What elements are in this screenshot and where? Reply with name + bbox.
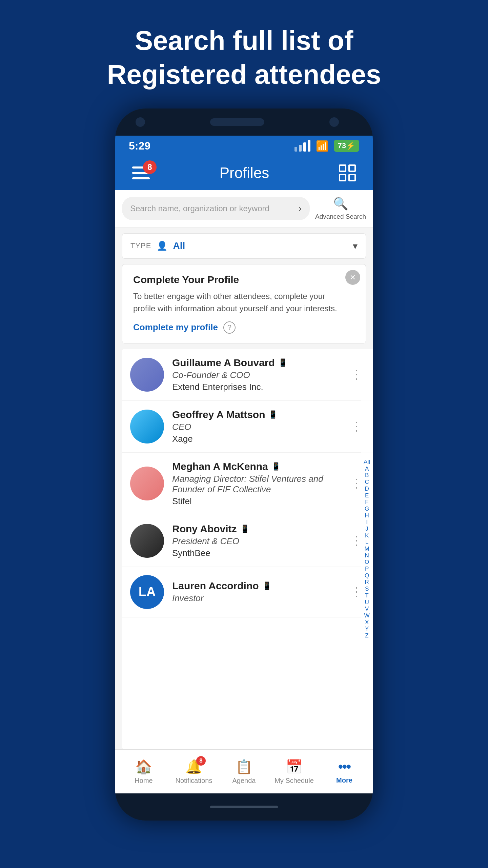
app-navbar: 8 Profiles [115, 156, 373, 190]
advanced-search-label: Advanced Search [315, 213, 366, 221]
avatar [130, 410, 164, 443]
help-circle[interactable]: ? [223, 321, 236, 334]
alpha-C[interactable]: C [364, 479, 370, 486]
alpha-Q[interactable]: Q [364, 573, 370, 579]
attendee-title: Investor [172, 593, 339, 604]
wifi-icon: 📶 [316, 140, 328, 152]
alphabet-index: All A B C D E F G H I J K L M N O P [361, 349, 373, 749]
alpha-M[interactable]: M [364, 546, 370, 552]
complete-profile-link[interactable]: Complete my profile [133, 322, 218, 333]
phone-indicator-icon: 📱 [271, 462, 281, 471]
bar4 [308, 140, 310, 152]
alpha-W[interactable]: W [364, 613, 370, 619]
nav-item-schedule[interactable]: 📅 My Schedule [269, 759, 319, 785]
banner-close-btn[interactable]: × [345, 270, 360, 285]
phone-top-bar [115, 108, 373, 136]
attendee-company: SynthBee [172, 548, 339, 558]
banner-description: To better engage with other attendees, c… [133, 290, 342, 315]
signal-bars [294, 140, 310, 152]
grid-cell-4 [348, 174, 356, 181]
attendee-company: Stifel [172, 496, 339, 507]
alpha-R[interactable]: R [364, 579, 370, 586]
bar2 [299, 145, 302, 152]
schedule-label: My Schedule [274, 777, 314, 785]
alpha-Z[interactable]: Z [364, 633, 370, 639]
alpha-D[interactable]: D [364, 486, 370, 492]
alpha-Y[interactable]: Y [364, 626, 370, 632]
alpha-A[interactable]: A [364, 466, 370, 472]
banner-link-area: Complete my profile ? [133, 321, 342, 334]
nav-item-notifications[interactable]: 🔔 8 Notifications [169, 759, 219, 785]
nav-item-agenda[interactable]: 📋 Agenda [219, 759, 269, 785]
banner-title: Complete Your Profile [133, 274, 342, 285]
status-time: 5:29 [129, 140, 150, 152]
alpha-B[interactable]: B [364, 472, 370, 479]
alpha-L[interactable]: L [364, 539, 370, 546]
alpha-H[interactable]: H [364, 513, 370, 519]
phone-indicator-icon: 📱 [240, 525, 249, 533]
camera-dot [329, 117, 339, 127]
search-arrow-icon: › [299, 203, 302, 214]
attendee-name: Meghan A McKenna 📱 [172, 461, 339, 472]
advanced-search-btn[interactable]: 🔍 Advanced Search [315, 197, 366, 221]
alpha-P[interactable]: P [364, 566, 370, 572]
alpha-All[interactable]: All [364, 459, 370, 466]
alpha-U[interactable]: U [364, 599, 370, 606]
agenda-label: Agenda [232, 777, 256, 785]
bottom-nav: 🏠 Home 🔔 8 Notifications 📋 Agenda 📅 [115, 749, 373, 793]
attendee-list: Guillaume A Bouvard 📱 Co-Founder & COO E… [122, 349, 373, 749]
attendee-title: President & CEO [172, 536, 339, 547]
phone-bottom-bar [115, 793, 373, 821]
alpha-K[interactable]: K [364, 533, 370, 539]
attendee-name: Rony Abovitz 📱 [172, 523, 339, 535]
alpha-N[interactable]: N [364, 553, 370, 559]
status-icons: 📶 73⚡ [294, 140, 359, 152]
type-person-icon: 👤 [157, 241, 167, 251]
nav-item-home[interactable]: 🏠 Home [119, 759, 169, 785]
list-item[interactable]: Meghan A McKenna 📱 Managing Director: St… [122, 453, 373, 515]
attendee-title: CEO [172, 422, 339, 432]
alpha-J[interactable]: J [364, 526, 370, 532]
notifications-label: Notifications [176, 777, 212, 785]
attendee-company: Xage [172, 434, 339, 444]
page-header: Search full list of Registered attendees [73, 0, 415, 105]
phone-indicator-icon: 📱 [262, 581, 271, 590]
front-camera [136, 117, 145, 127]
attendee-title: Managing Director: Stifel Ventures and F… [172, 474, 339, 495]
chevron-down-icon: ▾ [353, 240, 358, 252]
more-label: More [336, 776, 352, 784]
alpha-V[interactable]: V [364, 606, 370, 612]
list-item[interactable]: LA Lauren Accordino 📱 Investor ⋮ [122, 567, 373, 617]
home-label: Home [135, 777, 152, 785]
app-body: Search name, organization or keyword › 🔍… [115, 190, 373, 793]
alpha-T[interactable]: T [364, 593, 370, 599]
home-indicator [210, 806, 278, 808]
search-bar-area: Search name, organization or keyword › 🔍… [115, 190, 373, 228]
attendee-company: Extend Enterprises Inc. [172, 382, 339, 392]
attendee-info: Guillaume A Bouvard 📱 Co-Founder & COO E… [172, 357, 339, 392]
header-line1: Search full list of [107, 24, 381, 58]
type-filter[interactable]: TYPE 👤 All ▾ [122, 233, 366, 259]
alpha-O[interactable]: O [364, 559, 370, 566]
battery-badge: 73⚡ [334, 140, 359, 152]
grid-cell-3 [339, 174, 346, 181]
alpha-X[interactable]: X [364, 619, 370, 626]
list-item[interactable]: Guillaume A Bouvard 📱 Co-Founder & COO E… [122, 349, 373, 401]
alpha-G[interactable]: G [364, 506, 370, 512]
attendee-name: Geoffrey A Mattson 📱 [172, 409, 339, 420]
alpha-F[interactable]: F [364, 499, 370, 506]
hamburger-menu[interactable]: 8 [132, 166, 150, 179]
search-input-wrapper[interactable]: Search name, organization or keyword › [122, 197, 310, 220]
header-line2: Registered attendees [107, 58, 381, 92]
alpha-S[interactable]: S [364, 586, 370, 592]
alpha-E[interactable]: E [364, 493, 370, 499]
list-item[interactable]: Geoffrey A Mattson 📱 CEO Xage ⋮ [122, 401, 373, 453]
list-item[interactable]: Rony Abovitz 📱 President & CEO SynthBee … [122, 515, 373, 567]
phone-speaker [210, 118, 264, 126]
menu-line-3 [132, 177, 150, 179]
attendee-info: Lauren Accordino 📱 Investor [172, 580, 339, 604]
grid-view-icon[interactable] [339, 164, 356, 181]
nav-item-more[interactable]: ••• More [319, 759, 369, 784]
type-label: TYPE [130, 241, 151, 250]
alpha-I[interactable]: I [364, 519, 370, 526]
